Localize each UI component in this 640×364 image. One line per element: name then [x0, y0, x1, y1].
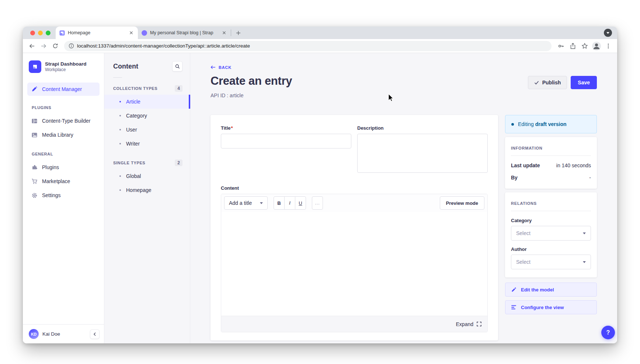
bold-button[interactable]: B: [274, 196, 285, 210]
italic-button[interactable]: I: [284, 196, 295, 210]
sidebar-item-media-library[interactable]: Media Library: [27, 128, 100, 141]
menu-dots-icon[interactable]: [603, 41, 613, 51]
editor-body[interactable]: [221, 212, 487, 316]
publish-button[interactable]: Publish: [528, 76, 567, 89]
cart-icon: [31, 178, 38, 185]
new-tab-button[interactable]: [233, 28, 243, 38]
layout-icon: [31, 118, 38, 124]
divider: [511, 211, 591, 211]
bullet-icon: [119, 175, 121, 177]
sidebar-item-label: Plugins: [42, 164, 59, 170]
author-select[interactable]: Select: [511, 255, 591, 269]
description-label: Description: [357, 125, 488, 131]
zoom-window-button[interactable]: [46, 31, 51, 35]
tab-strapi-blog[interactable]: My personal Strapi blog | Strap: [138, 27, 231, 39]
pencil-icon: [511, 287, 516, 292]
count-badge: 4: [175, 85, 182, 92]
bullet-icon: [119, 189, 121, 191]
save-button[interactable]: Save: [571, 76, 597, 89]
subnav-item-label: Category: [126, 113, 147, 119]
avatar[interactable]: KD: [29, 329, 39, 339]
browser-window: Homepage My personal Strapi blog | Strap: [23, 27, 617, 343]
info-icon[interactable]: [69, 43, 74, 49]
sidebar-item-label: Marketplace: [42, 178, 70, 184]
configure-view-button[interactable]: Configure the view: [505, 300, 597, 314]
required-mark: *: [231, 125, 233, 131]
title-input[interactable]: [221, 134, 351, 148]
close-window-button[interactable]: [30, 31, 35, 35]
sidebar-item-content-manager[interactable]: Content Manager: [27, 83, 100, 96]
traffic-lights: [23, 27, 56, 39]
author-relation-field: Author Select: [511, 246, 591, 269]
back-link[interactable]: BACK: [211, 65, 232, 70]
arrow-left-icon: [211, 65, 216, 69]
workspace-name: Workplace: [45, 67, 87, 72]
sidebar-item-settings[interactable]: Settings: [27, 189, 100, 202]
reload-icon[interactable]: [50, 41, 60, 51]
close-tab-icon[interactable]: [221, 30, 227, 36]
expand-button[interactable]: Expand: [456, 321, 481, 327]
preview-mode-button[interactable]: Preview mode: [440, 196, 484, 210]
tab-strip: Homepage My personal Strapi blog | Strap: [23, 27, 617, 39]
workspace-brand[interactable]: Strapi Dashboard Workplace: [23, 53, 104, 79]
group-label: COLLECTION TYPES: [113, 86, 157, 91]
expand-icon: [477, 322, 481, 326]
sidebar-item-plugins[interactable]: Plugins: [27, 161, 100, 174]
info-row-last-update: Last update in 140 seconds: [511, 162, 591, 168]
tab-homepage[interactable]: Homepage: [56, 27, 138, 39]
subnav-item-label: Homepage: [126, 187, 152, 193]
more-options-button[interactable]: ...: [312, 196, 323, 210]
group-label: SINGLE TYPES: [113, 161, 145, 165]
relations-title: RELATIONS: [511, 198, 591, 206]
single-types-group: SINGLE TYPES 2 Global Homepage: [104, 160, 190, 197]
url-text: localhost:1337/admin/content-manager/col…: [77, 43, 250, 49]
profile-icon[interactable]: [591, 41, 602, 51]
browser-toolbar: localhost:1337/admin/content-manager/col…: [23, 39, 617, 53]
subnav-item-homepage[interactable]: Homepage: [104, 183, 190, 197]
subnav-item-label: Article: [126, 99, 140, 105]
close-tab-icon[interactable]: [128, 30, 134, 36]
sidebar-item-content-type-builder[interactable]: Content-Type Builder: [27, 114, 100, 127]
sidebar-item-label: Media Library: [42, 132, 73, 138]
subnav-item-article[interactable]: Article: [104, 95, 190, 109]
minimize-window-button[interactable]: [38, 31, 43, 35]
key-icon[interactable]: [556, 41, 566, 51]
collapse-sidebar-button[interactable]: [90, 329, 100, 339]
information-card: INFORMATION Last update in 140 seconds B…: [505, 137, 597, 189]
url-bar[interactable]: localhost:1337/admin/content-manager/col…: [64, 41, 552, 51]
star-icon[interactable]: [580, 41, 590, 51]
subnav-item-user[interactable]: User: [104, 123, 190, 137]
tab-search-icon[interactable]: [604, 29, 612, 37]
sidebar-item-marketplace[interactable]: Marketplace: [27, 175, 100, 188]
chevron-down-icon: [583, 232, 586, 234]
divider: [113, 77, 122, 78]
chevron-down-icon: [260, 202, 263, 204]
share-icon[interactable]: [568, 41, 578, 51]
side-panel: Editing draft version INFORMATION Last u…: [505, 115, 597, 314]
chevron-down-icon: [583, 261, 586, 263]
information-title: INFORMATION: [511, 143, 591, 150]
forward-icon[interactable]: [38, 41, 49, 51]
subnav-title: Content: [113, 63, 138, 70]
tab-title: Homepage: [68, 30, 125, 35]
divider: [511, 155, 591, 156]
heading-select[interactable]: Add a title: [224, 196, 268, 210]
subnav-item-label: Writer: [126, 141, 140, 147]
entry-form-card: Title* Description Content: [211, 115, 498, 340]
edit-model-button[interactable]: Edit the model: [505, 283, 597, 297]
category-select[interactable]: Select: [511, 226, 591, 241]
description-field: Description: [357, 125, 488, 174]
user-name: Kai Doe: [42, 331, 60, 337]
help-button[interactable]: ?: [601, 326, 615, 339]
subnav-item-global[interactable]: Global: [104, 169, 190, 183]
subnav-item-writer[interactable]: Writer: [104, 137, 190, 151]
search-icon[interactable]: [172, 61, 182, 71]
sidebar-footer: KD Kai Doe: [23, 324, 104, 343]
main-content: BACK Create an entry Publish Save API: [190, 53, 617, 343]
underline-button[interactable]: U: [295, 196, 306, 210]
subnav-item-category[interactable]: Category: [104, 109, 190, 123]
gear-icon: [31, 192, 38, 199]
back-icon[interactable]: [27, 41, 37, 51]
description-textarea[interactable]: [357, 134, 488, 173]
title-field: Title*: [221, 125, 351, 174]
